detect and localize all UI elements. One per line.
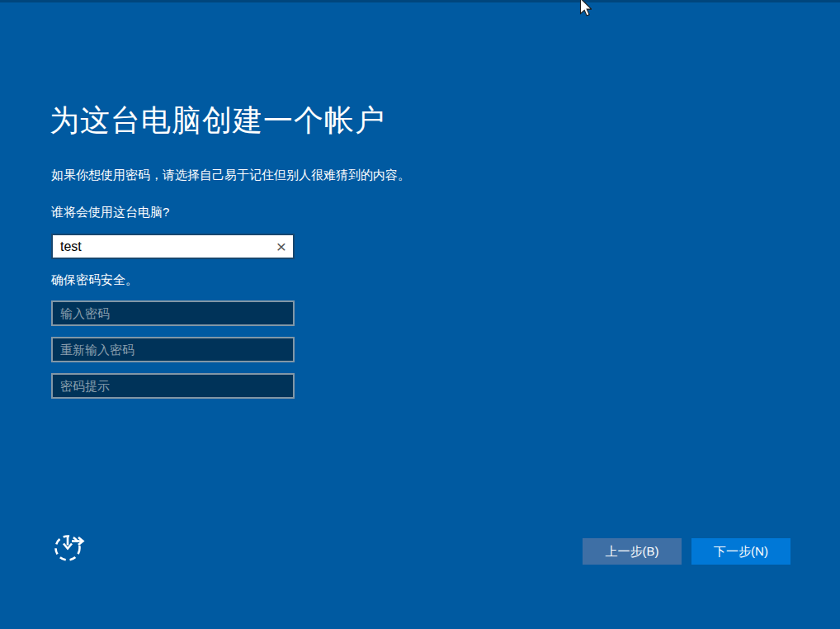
username-label: 谁将会使用这台电脑? [51, 205, 169, 220]
password-section-label: 确保密码安全。 [51, 272, 138, 288]
ease-of-access-icon [51, 529, 89, 565]
screen-top-edge [0, 0, 840, 2]
next-button[interactable]: 下一步(N) [691, 538, 790, 565]
password-hint-input[interactable] [51, 373, 295, 399]
page-subtitle: 如果你想使用密码，请选择自己易于记住但别人很难猜到的内容。 [51, 168, 410, 183]
arrow-cursor [575, 0, 592, 20]
password-input[interactable] [51, 300, 295, 326]
password-confirm-input[interactable] [51, 337, 295, 362]
username-field-wrap: × [51, 234, 295, 259]
ease-of-access-button[interactable] [51, 529, 89, 567]
clear-x-icon: × [276, 238, 286, 255]
oobe-account-screen: { "content": { "title": "为这台电脑创建一个帐户", "… [0, 0, 840, 629]
back-button[interactable]: 上一步(B) [583, 538, 682, 565]
username-input[interactable] [51, 234, 295, 259]
clear-input-button[interactable]: × [270, 235, 293, 258]
page-title: 为这台电脑创建一个帐户 [50, 101, 385, 141]
